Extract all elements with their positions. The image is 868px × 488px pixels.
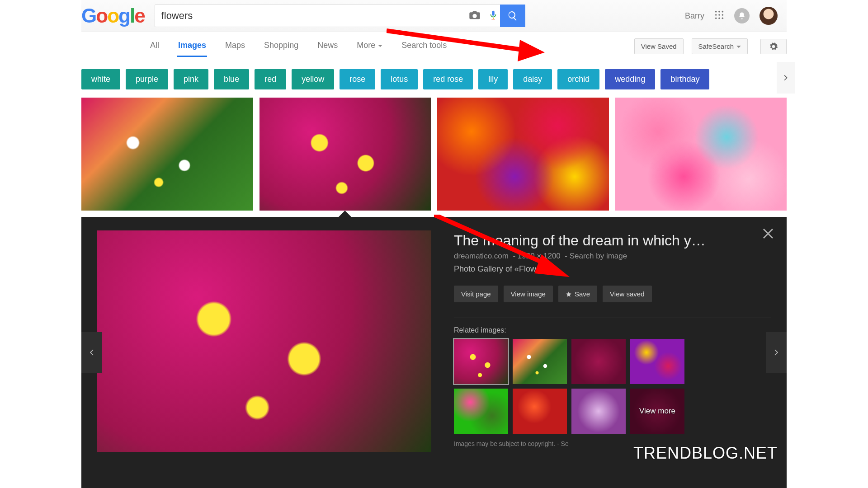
filter-chip[interactable]: red rose	[423, 69, 473, 89]
microphone-icon[interactable]	[488, 9, 498, 23]
filter-chip[interactable]: daisy	[513, 69, 552, 89]
avatar[interactable]	[760, 7, 778, 25]
related-view-more[interactable]: View more	[630, 389, 684, 434]
result-thumb[interactable]	[81, 98, 253, 211]
result-thumb[interactable]	[615, 98, 787, 211]
chips-next-button[interactable]	[777, 62, 795, 94]
related-thumb[interactable]	[454, 339, 508, 384]
filter-chip[interactable]: purple	[126, 69, 168, 89]
filter-chip[interactable]: pink	[174, 69, 208, 89]
filter-chip[interactable]: lily	[478, 69, 508, 89]
search-by-image-link[interactable]: Search by image	[570, 252, 627, 260]
chevron-right-icon	[772, 348, 781, 357]
filter-chip[interactable]: lotus	[381, 69, 418, 89]
result-thumb[interactable]	[259, 98, 431, 211]
svg-point-1	[718, 11, 720, 13]
camera-icon[interactable]	[468, 9, 481, 23]
svg-point-6	[715, 18, 717, 19]
view-saved-button[interactable]: View Saved	[634, 38, 684, 54]
svg-point-2	[722, 11, 724, 13]
filter-chip[interactable]: orchid	[557, 69, 599, 89]
results-row	[81, 96, 787, 211]
related-thumb[interactable]	[513, 339, 567, 384]
next-image-button[interactable]	[766, 332, 787, 373]
detail-image[interactable]	[97, 230, 431, 452]
tab-search-tools[interactable]: Search tools	[401, 41, 448, 56]
filter-chip[interactable]: blue	[214, 69, 249, 89]
tab-more[interactable]: More	[356, 41, 383, 56]
detail-description: Photo Gallery of «Flowers»	[454, 264, 771, 274]
user-name[interactable]: Barry	[685, 11, 704, 21]
related-thumb[interactable]	[630, 339, 684, 384]
close-button[interactable]	[761, 227, 775, 242]
tab-news[interactable]: News	[316, 41, 339, 56]
search-button[interactable]	[500, 5, 525, 27]
svg-point-8	[722, 18, 724, 19]
filter-chip[interactable]: wedding	[605, 69, 655, 89]
svg-point-3	[715, 14, 717, 16]
view-more-label: View more	[639, 407, 675, 416]
search-wrap	[155, 5, 525, 27]
nav-tabs: All Images Maps Shopping News More Searc…	[81, 32, 787, 59]
result-thumb[interactable]	[437, 98, 609, 211]
filter-chip[interactable]: rose	[340, 69, 375, 89]
view-saved-detail-button[interactable]: View saved	[603, 286, 651, 302]
view-image-button[interactable]: View image	[504, 286, 553, 302]
svg-point-7	[718, 18, 720, 19]
settings-button[interactable]	[760, 39, 787, 54]
filter-chip[interactable]: white	[81, 69, 120, 89]
detail-title: The meaning of the dream in which y…	[454, 232, 771, 249]
star-icon	[566, 291, 572, 297]
notifications-icon[interactable]	[734, 8, 750, 23]
tab-maps[interactable]: Maps	[224, 41, 246, 56]
save-button-label: Save	[575, 290, 590, 298]
related-thumb[interactable]	[571, 389, 626, 434]
detail-source-link[interactable]: dreamatico.com	[454, 252, 509, 260]
watermark: TRENDBLOG.NET	[633, 444, 778, 463]
filter-chip[interactable]: yellow	[292, 69, 334, 89]
related-images-grid: View more	[454, 339, 771, 434]
tab-all[interactable]: All	[149, 41, 160, 56]
filter-chips: whitepurplepinkblueredyellowroselotusred…	[81, 59, 787, 96]
filter-chip[interactable]: red	[255, 69, 286, 89]
detail-subtitle: dreamatico.com - 1920 × 1200 - Search by…	[454, 252, 771, 261]
search-icon	[507, 10, 518, 21]
detail-dimensions: 1920 × 1200	[518, 252, 561, 260]
apps-icon[interactable]	[714, 10, 724, 22]
svg-point-0	[715, 11, 717, 13]
related-images-label: Related images:	[454, 318, 771, 334]
related-thumb[interactable]	[513, 389, 567, 434]
prev-image-button[interactable]	[81, 332, 102, 373]
header-bar: Google Barry	[81, 0, 787, 32]
related-thumb[interactable]	[571, 339, 626, 384]
visit-page-button[interactable]: Visit page	[454, 286, 498, 302]
svg-point-5	[722, 14, 724, 16]
related-thumb[interactable]	[454, 389, 508, 434]
save-button[interactable]: Save	[558, 286, 597, 302]
gear-icon	[769, 42, 778, 51]
google-logo[interactable]: Google	[81, 5, 155, 27]
close-icon	[761, 227, 775, 240]
tab-images[interactable]: Images	[177, 41, 207, 56]
filter-chip[interactable]: birthday	[660, 69, 709, 89]
svg-point-4	[718, 14, 720, 16]
chevron-right-icon	[782, 74, 790, 82]
tab-shopping[interactable]: Shopping	[263, 41, 299, 56]
chevron-left-icon	[87, 348, 96, 357]
safesearch-button[interactable]: SafeSearch	[692, 38, 748, 54]
